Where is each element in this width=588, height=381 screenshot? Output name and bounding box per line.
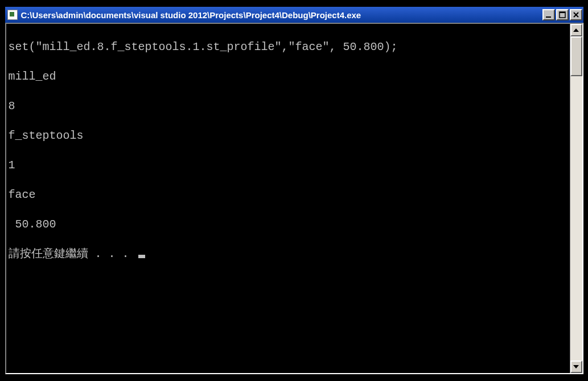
console-line: f_steptools: [9, 129, 569, 143]
window-title: C:\Users\admin\documents\visual studio 2…: [21, 10, 541, 20]
console-line: 8: [9, 99, 569, 114]
console-line: mill_ed: [9, 69, 569, 84]
console-line: set("mill_ed.8.f_steptools.1.st_profile"…: [9, 40, 569, 55]
console-line: 1: [9, 158, 569, 173]
console-prompt-line: 請按任意鍵繼續 . . .: [9, 247, 569, 262]
minimize-button[interactable]: [542, 9, 555, 20]
scroll-down-button[interactable]: [570, 361, 582, 373]
console-window: C:\Users\admin\documents\visual studio 2…: [4, 6, 585, 375]
console-prompt: 請按任意鍵繼續 . . .: [9, 247, 136, 260]
console-output[interactable]: set("mill_ed.8.f_steptools.1.st_profile"…: [6, 24, 570, 373]
console-line: face: [9, 188, 569, 202]
scroll-up-button[interactable]: [570, 24, 582, 36]
app-icon: [7, 10, 18, 20]
scroll-track[interactable]: [570, 36, 582, 361]
cursor-icon: [138, 255, 145, 258]
console-line: 50.800: [9, 217, 569, 232]
client-area: set("mill_ed.8.f_steptools.1.st_profile"…: [5, 23, 583, 374]
svg-rect-0: [546, 16, 551, 18]
vertical-scrollbar[interactable]: [570, 24, 582, 373]
maximize-button[interactable]: [556, 9, 569, 20]
window-controls: [541, 9, 582, 20]
titlebar[interactable]: C:\Users\admin\documents\visual studio 2…: [5, 7, 583, 23]
arrow-down-icon: [573, 365, 579, 368]
svg-rect-2: [560, 12, 565, 13]
arrow-up-icon: [573, 28, 579, 32]
close-button[interactable]: [570, 9, 582, 20]
scroll-thumb[interactable]: [570, 36, 582, 76]
